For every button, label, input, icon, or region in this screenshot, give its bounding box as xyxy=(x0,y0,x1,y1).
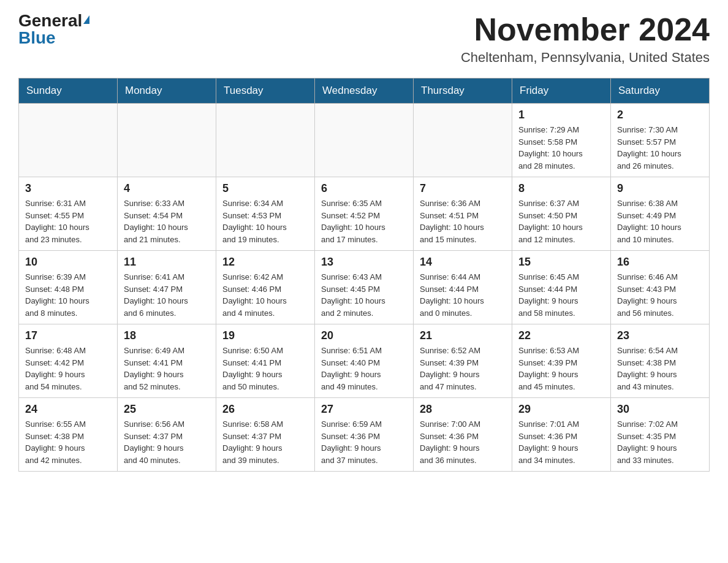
weekday-header-sunday: Sunday xyxy=(19,79,118,104)
day-number: 13 xyxy=(321,256,407,269)
calendar-week-row: 3Sunrise: 6:31 AMSunset: 4:55 PMDaylight… xyxy=(19,177,710,251)
day-info: Sunrise: 6:34 AMSunset: 4:53 PMDaylight:… xyxy=(222,197,308,245)
day-info: Sunrise: 6:43 AMSunset: 4:45 PMDaylight:… xyxy=(321,271,407,319)
day-number: 17 xyxy=(25,329,111,342)
calendar-cell: 6Sunrise: 6:35 AMSunset: 4:52 PMDaylight… xyxy=(315,177,414,251)
day-info: Sunrise: 7:02 AMSunset: 4:35 PMDaylight:… xyxy=(617,418,703,466)
day-info: Sunrise: 6:42 AMSunset: 4:46 PMDaylight:… xyxy=(222,271,308,319)
day-info: Sunrise: 6:50 AMSunset: 4:41 PMDaylight:… xyxy=(222,345,308,393)
calendar-cell xyxy=(19,104,118,177)
day-info: Sunrise: 7:01 AMSunset: 4:36 PMDaylight:… xyxy=(518,418,604,466)
calendar-cell: 4Sunrise: 6:33 AMSunset: 4:54 PMDaylight… xyxy=(118,177,216,251)
day-number: 15 xyxy=(518,256,604,269)
weekday-header-thursday: Thursday xyxy=(414,79,512,104)
logo-general-text: General xyxy=(18,12,82,29)
calendar-cell: 19Sunrise: 6:50 AMSunset: 4:41 PMDayligh… xyxy=(216,324,315,398)
day-info: Sunrise: 6:46 AMSunset: 4:43 PMDaylight:… xyxy=(617,271,703,319)
calendar-cell: 7Sunrise: 6:36 AMSunset: 4:51 PMDaylight… xyxy=(414,177,512,251)
day-number: 24 xyxy=(25,403,111,416)
day-number: 20 xyxy=(321,329,407,342)
day-info: Sunrise: 6:53 AMSunset: 4:39 PMDaylight:… xyxy=(518,345,604,393)
calendar-cell: 8Sunrise: 6:37 AMSunset: 4:50 PMDaylight… xyxy=(512,177,611,251)
location-subtitle: Cheltenham, Pennsylvania, United States xyxy=(461,50,710,66)
day-info: Sunrise: 6:41 AMSunset: 4:47 PMDaylight:… xyxy=(124,271,210,319)
calendar-cell: 3Sunrise: 6:31 AMSunset: 4:55 PMDaylight… xyxy=(19,177,118,251)
day-number: 10 xyxy=(25,256,111,269)
calendar-cell: 23Sunrise: 6:54 AMSunset: 4:38 PMDayligh… xyxy=(611,324,710,398)
calendar-cell: 14Sunrise: 6:44 AMSunset: 4:44 PMDayligh… xyxy=(414,251,512,324)
day-info: Sunrise: 6:54 AMSunset: 4:38 PMDaylight:… xyxy=(617,345,703,393)
day-number: 21 xyxy=(420,329,506,342)
day-number: 22 xyxy=(518,329,604,342)
calendar-cell xyxy=(414,104,512,177)
calendar-cell: 11Sunrise: 6:41 AMSunset: 4:47 PMDayligh… xyxy=(118,251,216,324)
calendar-week-row: 1Sunrise: 7:29 AMSunset: 5:58 PMDaylight… xyxy=(19,104,710,177)
day-info: Sunrise: 6:35 AMSunset: 4:52 PMDaylight:… xyxy=(321,197,407,245)
calendar-cell: 22Sunrise: 6:53 AMSunset: 4:39 PMDayligh… xyxy=(512,324,611,398)
day-info: Sunrise: 7:00 AMSunset: 4:36 PMDaylight:… xyxy=(420,418,506,466)
calendar-cell: 12Sunrise: 6:42 AMSunset: 4:46 PMDayligh… xyxy=(216,251,315,324)
calendar-cell xyxy=(315,104,414,177)
day-info: Sunrise: 6:48 AMSunset: 4:42 PMDaylight:… xyxy=(25,345,111,393)
day-info: Sunrise: 6:49 AMSunset: 4:41 PMDaylight:… xyxy=(124,345,210,393)
calendar-cell: 13Sunrise: 6:43 AMSunset: 4:45 PMDayligh… xyxy=(315,251,414,324)
weekday-header-friday: Friday xyxy=(512,79,611,104)
calendar-cell: 20Sunrise: 6:51 AMSunset: 4:40 PMDayligh… xyxy=(315,324,414,398)
day-number: 28 xyxy=(420,403,506,416)
calendar-cell xyxy=(118,104,216,177)
logo: General Blue xyxy=(18,12,89,47)
day-info: Sunrise: 6:51 AMSunset: 4:40 PMDaylight:… xyxy=(321,345,407,393)
calendar-cell: 29Sunrise: 7:01 AMSunset: 4:36 PMDayligh… xyxy=(512,398,611,472)
day-info: Sunrise: 6:55 AMSunset: 4:38 PMDaylight:… xyxy=(25,418,111,466)
calendar-cell: 2Sunrise: 7:30 AMSunset: 5:57 PMDaylight… xyxy=(611,104,710,177)
weekday-header-saturday: Saturday xyxy=(611,79,710,104)
calendar-cell: 5Sunrise: 6:34 AMSunset: 4:53 PMDaylight… xyxy=(216,177,315,251)
weekday-header-wednesday: Wednesday xyxy=(315,79,414,104)
calendar-cell: 10Sunrise: 6:39 AMSunset: 4:48 PMDayligh… xyxy=(19,251,118,324)
calendar-cell: 25Sunrise: 6:56 AMSunset: 4:37 PMDayligh… xyxy=(118,398,216,472)
day-info: Sunrise: 6:58 AMSunset: 4:37 PMDaylight:… xyxy=(222,418,308,466)
day-info: Sunrise: 6:37 AMSunset: 4:50 PMDaylight:… xyxy=(518,197,604,245)
day-info: Sunrise: 6:52 AMSunset: 4:39 PMDaylight:… xyxy=(420,345,506,393)
day-number: 14 xyxy=(420,256,506,269)
calendar-cell: 1Sunrise: 7:29 AMSunset: 5:58 PMDaylight… xyxy=(512,104,611,177)
calendar-header-row: SundayMondayTuesdayWednesdayThursdayFrid… xyxy=(19,79,710,104)
day-number: 27 xyxy=(321,403,407,416)
weekday-header-monday: Monday xyxy=(118,79,216,104)
calendar-cell: 27Sunrise: 6:59 AMSunset: 4:36 PMDayligh… xyxy=(315,398,414,472)
day-number: 25 xyxy=(124,403,210,416)
month-title: November 2024 xyxy=(461,12,710,47)
title-area: November 2024 Cheltenham, Pennsylvania, … xyxy=(461,12,710,66)
day-info: Sunrise: 6:44 AMSunset: 4:44 PMDaylight:… xyxy=(420,271,506,319)
day-info: Sunrise: 7:29 AMSunset: 5:58 PMDaylight:… xyxy=(518,124,604,172)
day-info: Sunrise: 7:30 AMSunset: 5:57 PMDaylight:… xyxy=(617,124,703,172)
day-info: Sunrise: 6:31 AMSunset: 4:55 PMDaylight:… xyxy=(25,197,111,245)
calendar-cell: 21Sunrise: 6:52 AMSunset: 4:39 PMDayligh… xyxy=(414,324,512,398)
day-number: 5 xyxy=(222,182,308,195)
day-number: 26 xyxy=(222,403,308,416)
day-number: 8 xyxy=(518,182,604,195)
day-number: 19 xyxy=(222,329,308,342)
day-info: Sunrise: 6:39 AMSunset: 4:48 PMDaylight:… xyxy=(25,271,111,319)
logo-blue-text: Blue xyxy=(18,29,56,47)
weekday-header-tuesday: Tuesday xyxy=(216,79,315,104)
day-number: 16 xyxy=(617,256,703,269)
calendar-cell: 17Sunrise: 6:48 AMSunset: 4:42 PMDayligh… xyxy=(19,324,118,398)
calendar-cell: 24Sunrise: 6:55 AMSunset: 4:38 PMDayligh… xyxy=(19,398,118,472)
calendar-cell: 30Sunrise: 7:02 AMSunset: 4:35 PMDayligh… xyxy=(611,398,710,472)
day-info: Sunrise: 6:59 AMSunset: 4:36 PMDaylight:… xyxy=(321,418,407,466)
day-number: 11 xyxy=(124,256,210,269)
day-number: 12 xyxy=(222,256,308,269)
calendar-table: SundayMondayTuesdayWednesdayThursdayFrid… xyxy=(18,78,710,472)
day-number: 18 xyxy=(124,329,210,342)
day-info: Sunrise: 6:36 AMSunset: 4:51 PMDaylight:… xyxy=(420,197,506,245)
day-number: 2 xyxy=(617,109,703,121)
day-info: Sunrise: 6:45 AMSunset: 4:44 PMDaylight:… xyxy=(518,271,604,319)
day-number: 29 xyxy=(518,403,604,416)
calendar-cell: 16Sunrise: 6:46 AMSunset: 4:43 PMDayligh… xyxy=(611,251,710,324)
day-number: 23 xyxy=(617,329,703,342)
calendar-cell: 28Sunrise: 7:00 AMSunset: 4:36 PMDayligh… xyxy=(414,398,512,472)
calendar-cell: 9Sunrise: 6:38 AMSunset: 4:49 PMDaylight… xyxy=(611,177,710,251)
day-number: 7 xyxy=(420,182,506,195)
day-info: Sunrise: 6:33 AMSunset: 4:54 PMDaylight:… xyxy=(124,197,210,245)
